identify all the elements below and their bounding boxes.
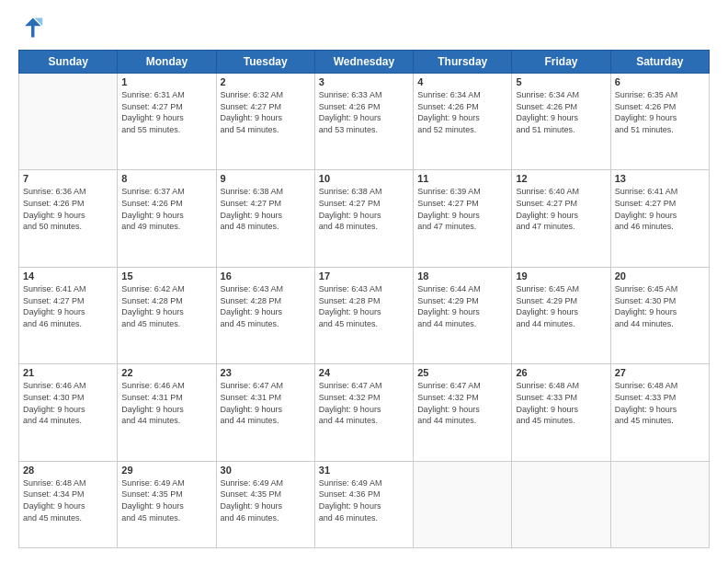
week-row-5: 28Sunrise: 6:48 AM Sunset: 4:34 PM Dayli…: [19, 461, 710, 547]
day-info: Sunrise: 6:42 AM Sunset: 4:28 PM Dayligh…: [121, 283, 211, 329]
day-number: 7: [23, 173, 113, 184]
day-cell: 20Sunrise: 6:45 AM Sunset: 4:30 PM Dayli…: [610, 267, 709, 363]
day-info: Sunrise: 6:49 AM Sunset: 4:35 PM Dayligh…: [221, 477, 311, 523]
day-number: 27: [615, 367, 705, 378]
day-number: 11: [417, 173, 507, 184]
logo-icon: [18, 15, 44, 40]
day-cell: 28Sunrise: 6:48 AM Sunset: 4:34 PM Dayli…: [19, 461, 118, 547]
logo: [18, 15, 48, 40]
day-info: Sunrise: 6:47 AM Sunset: 4:32 PM Dayligh…: [417, 380, 507, 426]
day-number: 1: [121, 76, 211, 87]
day-info: Sunrise: 6:43 AM Sunset: 4:28 PM Dayligh…: [319, 283, 409, 329]
day-cell: 13Sunrise: 6:41 AM Sunset: 4:27 PM Dayli…: [610, 170, 709, 267]
day-cell: [414, 461, 512, 547]
day-info: Sunrise: 6:45 AM Sunset: 4:30 PM Dayligh…: [615, 283, 705, 329]
day-cell: [512, 461, 610, 547]
day-cell: 19Sunrise: 6:45 AM Sunset: 4:29 PM Dayli…: [512, 267, 610, 363]
day-info: Sunrise: 6:44 AM Sunset: 4:29 PM Dayligh…: [417, 283, 507, 329]
day-number: 28: [23, 465, 113, 476]
day-info: Sunrise: 6:45 AM Sunset: 4:29 PM Dayligh…: [516, 283, 606, 329]
day-cell: 18Sunrise: 6:44 AM Sunset: 4:29 PM Dayli…: [414, 267, 512, 363]
day-number: 19: [516, 270, 606, 282]
day-info: Sunrise: 6:48 AM Sunset: 4:33 PM Dayligh…: [516, 380, 606, 426]
day-number: 15: [121, 270, 211, 282]
weekday-header-row: SundayMondayTuesdayWednesdayThursdayFrid…: [19, 51, 710, 74]
week-row-1: 1Sunrise: 6:31 AM Sunset: 4:27 PM Daylig…: [19, 74, 710, 170]
calendar-table: SundayMondayTuesdayWednesdayThursdayFrid…: [18, 50, 710, 548]
day-number: 29: [121, 465, 211, 476]
day-info: Sunrise: 6:38 AM Sunset: 4:27 PM Dayligh…: [221, 186, 311, 232]
day-cell: 1Sunrise: 6:31 AM Sunset: 4:27 PM Daylig…: [118, 74, 216, 170]
day-number: 20: [615, 270, 705, 282]
day-info: Sunrise: 6:47 AM Sunset: 4:31 PM Dayligh…: [221, 380, 311, 426]
day-info: Sunrise: 6:41 AM Sunset: 4:27 PM Dayligh…: [23, 283, 113, 329]
day-cell: 31Sunrise: 6:49 AM Sunset: 4:36 PM Dayli…: [314, 461, 413, 547]
page: SundayMondayTuesdayWednesdayThursdayFrid…: [0, 0, 728, 563]
day-number: 5: [516, 76, 606, 87]
day-cell: 26Sunrise: 6:48 AM Sunset: 4:33 PM Dayli…: [512, 364, 610, 461]
day-cell: [610, 461, 709, 547]
day-number: 2: [221, 76, 311, 87]
week-row-3: 14Sunrise: 6:41 AM Sunset: 4:27 PM Dayli…: [19, 267, 710, 363]
day-info: Sunrise: 6:49 AM Sunset: 4:35 PM Dayligh…: [121, 477, 211, 523]
day-info: Sunrise: 6:40 AM Sunset: 4:27 PM Dayligh…: [516, 186, 606, 232]
week-row-2: 7Sunrise: 6:36 AM Sunset: 4:26 PM Daylig…: [19, 170, 710, 267]
day-cell: 7Sunrise: 6:36 AM Sunset: 4:26 PM Daylig…: [19, 170, 118, 267]
day-cell: 4Sunrise: 6:34 AM Sunset: 4:26 PM Daylig…: [414, 74, 512, 170]
day-info: Sunrise: 6:46 AM Sunset: 4:31 PM Dayligh…: [121, 380, 211, 426]
day-info: Sunrise: 6:43 AM Sunset: 4:28 PM Dayligh…: [221, 283, 311, 329]
day-number: 17: [319, 270, 409, 282]
day-number: 12: [516, 173, 606, 184]
weekday-header-thursday: Thursday: [414, 51, 512, 74]
day-cell: 17Sunrise: 6:43 AM Sunset: 4:28 PM Dayli…: [314, 267, 413, 363]
day-info: Sunrise: 6:39 AM Sunset: 4:27 PM Dayligh…: [417, 186, 507, 232]
day-number: 4: [417, 76, 507, 87]
day-cell: 24Sunrise: 6:47 AM Sunset: 4:32 PM Dayli…: [314, 364, 413, 461]
day-cell: [19, 74, 118, 170]
weekday-header-saturday: Saturday: [610, 51, 709, 74]
day-info: Sunrise: 6:48 AM Sunset: 4:34 PM Dayligh…: [23, 477, 113, 523]
day-info: Sunrise: 6:34 AM Sunset: 4:26 PM Dayligh…: [417, 89, 507, 135]
day-info: Sunrise: 6:47 AM Sunset: 4:32 PM Dayligh…: [319, 380, 409, 426]
day-cell: 11Sunrise: 6:39 AM Sunset: 4:27 PM Dayli…: [414, 170, 512, 267]
day-number: 8: [121, 173, 211, 184]
weekday-header-friday: Friday: [512, 51, 610, 74]
day-cell: 25Sunrise: 6:47 AM Sunset: 4:32 PM Dayli…: [414, 364, 512, 461]
day-cell: 6Sunrise: 6:35 AM Sunset: 4:26 PM Daylig…: [610, 74, 709, 170]
day-number: 21: [23, 367, 113, 378]
day-number: 23: [221, 367, 311, 378]
day-info: Sunrise: 6:34 AM Sunset: 4:26 PM Dayligh…: [516, 89, 606, 135]
day-info: Sunrise: 6:32 AM Sunset: 4:27 PM Dayligh…: [221, 89, 311, 135]
day-number: 3: [319, 76, 409, 87]
day-info: Sunrise: 6:31 AM Sunset: 4:27 PM Dayligh…: [121, 89, 211, 135]
day-info: Sunrise: 6:38 AM Sunset: 4:27 PM Dayligh…: [319, 186, 409, 232]
day-cell: 27Sunrise: 6:48 AM Sunset: 4:33 PM Dayli…: [610, 364, 709, 461]
day-info: Sunrise: 6:35 AM Sunset: 4:26 PM Dayligh…: [615, 89, 705, 135]
day-number: 13: [615, 173, 705, 184]
day-info: Sunrise: 6:37 AM Sunset: 4:26 PM Dayligh…: [121, 186, 211, 232]
day-number: 31: [319, 465, 409, 476]
weekday-header-sunday: Sunday: [19, 51, 118, 74]
day-cell: 10Sunrise: 6:38 AM Sunset: 4:27 PM Dayli…: [314, 170, 413, 267]
day-cell: 21Sunrise: 6:46 AM Sunset: 4:30 PM Dayli…: [19, 364, 118, 461]
day-number: 9: [221, 173, 311, 184]
day-cell: 9Sunrise: 6:38 AM Sunset: 4:27 PM Daylig…: [216, 170, 314, 267]
day-number: 14: [23, 270, 113, 282]
weekday-header-monday: Monday: [118, 51, 216, 74]
week-row-4: 21Sunrise: 6:46 AM Sunset: 4:30 PM Dayli…: [19, 364, 710, 461]
day-cell: 14Sunrise: 6:41 AM Sunset: 4:27 PM Dayli…: [19, 267, 118, 363]
weekday-header-wednesday: Wednesday: [314, 51, 413, 74]
day-cell: 22Sunrise: 6:46 AM Sunset: 4:31 PM Dayli…: [118, 364, 216, 461]
day-number: 16: [221, 270, 311, 282]
header: [18, 15, 710, 40]
day-cell: 5Sunrise: 6:34 AM Sunset: 4:26 PM Daylig…: [512, 74, 610, 170]
day-number: 22: [121, 367, 211, 378]
day-number: 25: [417, 367, 507, 378]
day-info: Sunrise: 6:33 AM Sunset: 4:26 PM Dayligh…: [319, 89, 409, 135]
day-info: Sunrise: 6:49 AM Sunset: 4:36 PM Dayligh…: [319, 477, 409, 523]
day-cell: 16Sunrise: 6:43 AM Sunset: 4:28 PM Dayli…: [216, 267, 314, 363]
day-info: Sunrise: 6:36 AM Sunset: 4:26 PM Dayligh…: [23, 186, 113, 232]
day-cell: 2Sunrise: 6:32 AM Sunset: 4:27 PM Daylig…: [216, 74, 314, 170]
day-cell: 29Sunrise: 6:49 AM Sunset: 4:35 PM Dayli…: [118, 461, 216, 547]
day-cell: 12Sunrise: 6:40 AM Sunset: 4:27 PM Dayli…: [512, 170, 610, 267]
